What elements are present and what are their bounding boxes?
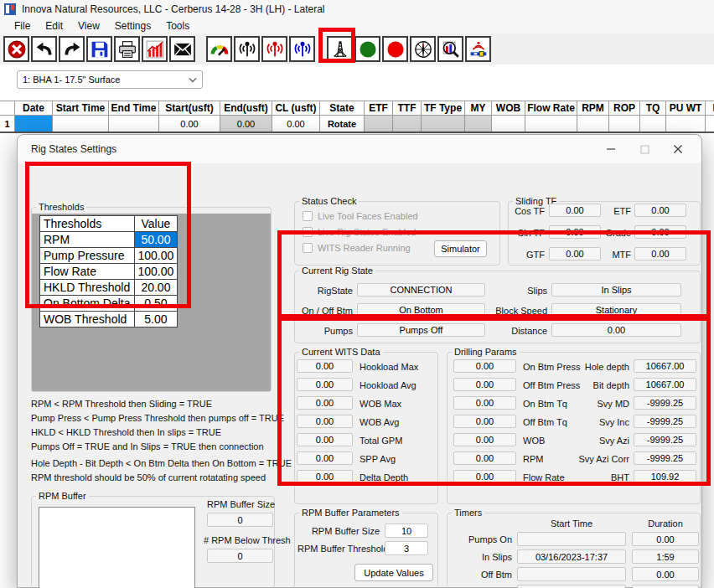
menu-tools[interactable]: Tools [158,19,197,33]
rpm-buffer-size-input[interactable]: 10 [385,524,428,538]
simulator-button[interactable]: Simulator [434,240,487,257]
chart-zoom-button[interactable] [437,36,463,62]
threshold-row-value[interactable]: 50.00 [134,232,178,248]
col-end-usft: End(usft) [220,101,272,116]
cell-rot-wt[interactable] [706,116,714,132]
mail-button[interactable] [169,36,195,62]
live-rig-states-checkbox[interactable] [303,227,313,237]
wits-reader-checkbox[interactable] [303,243,313,253]
survey-grid: 1 Date Start Time End Time Start(usft)0.… [0,101,714,133]
cell-start-time[interactable] [53,116,109,132]
cell-tq[interactable] [640,116,666,132]
maximize-button[interactable] [628,137,661,162]
total-gpm-value: 0.00 [297,433,353,446]
cell-etf[interactable] [365,116,393,132]
mtf-value: 0.00 [634,247,686,260]
menu-settings[interactable]: Settings [107,19,158,33]
save-button[interactable] [86,36,112,62]
off-btm-press-value: 0.00 [453,378,516,391]
gauge-button[interactable] [206,36,232,62]
rig-states-button[interactable] [327,36,353,62]
live-tool-faces-label: Live Tool Faces Enabled [318,211,418,221]
rpm-buffer-group-label: RPM Buffer [36,491,89,501]
rule-text: Pump Press < Pump Press Threshold then p… [31,413,284,423]
svy-azi-value: -9999.25 [634,433,696,446]
on-btm-tq-label: On Btm Tq [523,399,567,409]
red-light-button[interactable] [382,36,408,62]
in-slips-duration-value: 1:59 [632,549,699,564]
rpm-buffer-size-label: RPM Buffer Size [207,499,275,509]
menu-view[interactable]: View [70,19,107,33]
cell-state[interactable]: Rotate [320,116,365,132]
col-state: State [320,101,365,116]
start-time-col-header: Start Time [517,518,626,529]
threshold-row-value[interactable]: 100.00 [134,264,178,280]
wob-max-value: 0.00 [297,396,353,410]
block-speed-label: Block Speed [487,306,547,316]
cell-end-usft[interactable]: 0.00 [220,116,272,132]
hookload-max-label: Hookload Max [360,362,418,372]
on-btm-press-value: 0.00 [453,359,516,373]
cell-rop[interactable] [609,116,640,132]
main-titlebar: Innova Natural Resources, LLC - Cerberus… [0,0,714,18]
chart-button[interactable] [142,36,168,62]
cell-date[interactable] [15,116,53,132]
undo-icon [35,40,54,59]
menu-file[interactable]: File [7,19,38,33]
cell-end-time[interactable] [109,116,159,132]
wits-antenna1-button[interactable] [234,36,260,62]
sin-tf-label: Sin TF [508,228,545,238]
cell-start-usft[interactable]: 0.00 [159,116,220,132]
wits-antenna2-button[interactable] [261,36,287,62]
off-btm-tq-value: 0.00 [453,415,516,428]
cell-ttf[interactable] [393,116,422,132]
cell-rpm[interactable] [577,116,609,132]
off-btm-tq-label: Off Btm Tq [523,417,567,427]
exit-button[interactable] [3,36,29,62]
derrick-icon [331,40,349,59]
live-tool-faces-checkbox[interactable] [303,211,313,221]
live-rig-states-label: Live Rig States Enabled [318,227,416,237]
wits-antenna3-button[interactable] [289,36,315,62]
antenna-black-icon [238,40,256,59]
rigstate-label: RigState [294,286,353,296]
bha-selector[interactable]: 1: BHA 1- 17.5" Surface [17,70,203,89]
cos-tf-label: Cos TF [508,206,545,216]
thresholds-col-header: Thresholds [40,216,135,232]
print-icon [118,40,137,59]
threshold-row-value[interactable]: 20.00 [134,280,178,296]
pumps-value: Pumps Off [357,323,485,337]
rpm-buffer-listbox[interactable] [39,507,195,588]
pumps-on-start-value [517,532,626,546]
compass-button[interactable] [410,36,436,62]
cell-wob[interactable] [492,116,525,132]
survey-tool-button[interactable] [465,36,491,62]
threshold-row-value[interactable]: 5.00 [134,312,178,328]
save-icon [91,40,109,59]
bht-label: BHT [562,472,629,482]
drilling-params-group-label: Drilling Params [452,347,520,357]
menu-edit[interactable]: Edit [38,19,70,33]
minimize-button[interactable] [594,137,628,162]
in-slips-timer-label: In Slips [447,552,512,562]
cell-my[interactable] [465,116,492,132]
cell-pu-wt[interactable] [666,116,706,132]
print-button[interactable] [114,36,140,62]
close-button[interactable] [661,137,695,162]
svy-inc-value: -9999.25 [634,415,696,428]
threshold-row-value[interactable]: 0.50 [134,296,178,312]
update-values-button[interactable]: Update Values [354,564,433,581]
cell-flow-rate[interactable] [525,116,577,132]
duration-col-header: Duration [632,518,699,529]
redo-button[interactable] [59,36,85,62]
rpm-buffer-threshold-input[interactable]: 3 [385,541,428,555]
cell-tf-type[interactable] [422,116,465,132]
menubar: File Edit View Settings Tools [0,18,714,34]
hole-depth-value: 10667.00 [634,359,696,373]
threshold-row-label: On Bottom Delta [40,296,135,312]
dialog-titlebar: Rig States Settings [18,135,701,163]
undo-button[interactable] [31,36,57,62]
threshold-row-value[interactable]: 100.00 [134,248,178,264]
cell-cl-usft[interactable]: 0.00 [272,116,320,132]
green-light-button[interactable] [354,36,380,62]
